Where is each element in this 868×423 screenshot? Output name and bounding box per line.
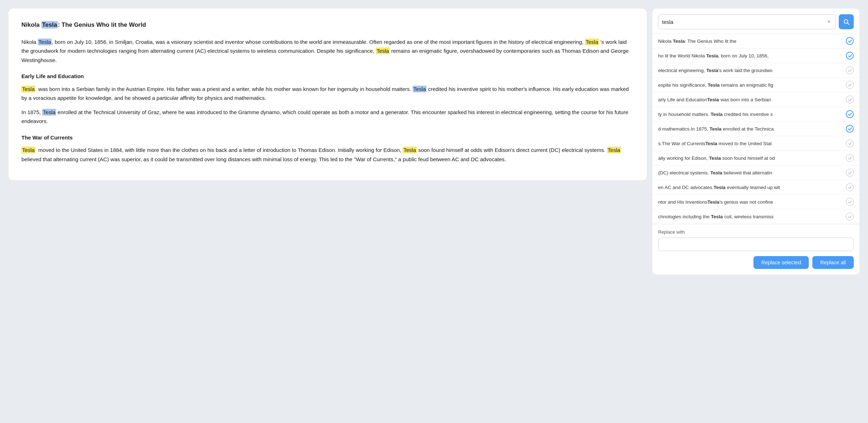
check-icon[interactable] [846,139,854,147]
result-item[interactable]: ally working for Edison, Tesla soon foun… [652,151,859,165]
search-input-wrap: tesla × [658,14,836,29]
check-icon[interactable] [846,169,854,177]
check-icon[interactable] [846,96,854,103]
check-icon[interactable] [846,52,854,60]
search-button[interactable] [839,14,854,29]
result-text: Nikola Tesla: The Genius Who lit the [658,39,843,44]
check-icon[interactable] [846,154,854,162]
result-text: ntor and His InventionsTesla's genius wa… [658,199,843,205]
tesla-highlight-p1-2: Tesla [585,39,599,45]
result-item[interactable]: chnologies including the Tesla coil, wir… [652,209,859,224]
tesla-highlight-p1-1: Tesla [38,39,52,45]
result-item[interactable]: ho lit the World Nikola Tesla, born on J… [652,49,859,63]
tesla-highlight-p1-3: Tesla [376,47,390,54]
check-icon[interactable] [846,81,854,89]
tesla-highlight-p4-3: Tesla [607,147,621,153]
result-text: chnologies including the Tesla coil, wir… [658,214,843,219]
result-item[interactable]: espite his significance, Tesla remains a… [652,78,859,92]
check-icon[interactable] [846,66,854,74]
check-icon[interactable] [846,110,854,118]
result-item[interactable]: en AC and DC advocates.Tesla eventually … [652,180,859,195]
result-item[interactable]: Nikola Tesla: The Genius Who lit the [652,34,859,49]
result-item[interactable]: (DC) electrical systems. Tesla believed … [652,165,859,180]
tesla-highlight-p2-2: Tesla [413,86,427,92]
result-item[interactable]: d mathematics.In 1875, Tesla enrolled at… [652,122,859,136]
search-bar: tesla × [652,9,859,34]
result-text: espite his significance, Tesla remains a… [658,82,843,88]
result-text: ally working for Edison, Tesla soon foun… [658,156,843,161]
search-input[interactable]: tesla [662,19,826,25]
result-text: s.The War of CurrentsTesla moved to the … [658,141,843,146]
replace-buttons: Replace selected Replace all [658,256,854,269]
search-icon [843,19,849,25]
result-item[interactable]: s.The War of CurrentsTesla moved to the … [652,136,859,151]
check-icon[interactable] [846,183,854,191]
tesla-highlight-title: Tesla [41,21,58,29]
main-panel: Nikola Tesla: The Genius Who lit the Wor… [9,9,647,180]
check-icon[interactable] [846,198,854,206]
result-text: arly Life and EducationTesla was born in… [658,97,843,102]
tesla-highlight-p2-1: Tesla [21,86,35,92]
paragraph-4: Tesla moved to the United States in 1884… [21,146,634,164]
replace-section: Replace with Replace selected Replace al… [652,224,859,275]
check-icon[interactable] [846,125,854,133]
result-item[interactable]: ntor and His InventionsTesla's genius wa… [652,195,859,209]
result-text: d mathematics.In 1875, Tesla enrolled at… [658,126,843,132]
check-icon[interactable] [846,213,854,220]
svg-line-1 [847,23,849,24]
replace-selected-button[interactable]: Replace selected [753,256,809,269]
result-text: ty in household matters. Tesla credited … [658,112,843,117]
tesla-highlight-p4-2: Tesla [403,147,417,153]
result-item[interactable]: electrical engineering, Tesla's work lai… [652,63,859,78]
clear-button[interactable]: × [826,19,832,25]
paragraph-1: Nikola Tesla, born on July 10, 1856, in … [21,37,634,65]
result-item[interactable]: ty in household matters. Tesla credited … [652,107,859,122]
section-heading-1: Early Life and Education [21,72,634,81]
result-text: ho lit the World Nikola Tesla, born on J… [658,53,843,58]
replace-all-button[interactable]: Replace all [812,256,854,269]
tesla-highlight-p3-1: Tesla [42,109,56,116]
right-panel: tesla × Nikola Tesla: The Genius Who lit… [652,9,859,275]
tesla-highlight-p4-1: Tesla [21,147,35,153]
paragraph-2: Tesla was born into a Serbian family in … [21,85,634,103]
result-text: (DC) electrical systems. Tesla believed … [658,170,843,175]
replace-input[interactable] [658,238,854,251]
result-text: electrical engineering, Tesla's work lai… [658,68,843,73]
results-list: Nikola Tesla: The Genius Who lit theho l… [652,34,859,224]
replace-label: Replace with [658,229,854,235]
document-title: Nikola Tesla: The Genius Who lit the Wor… [21,20,634,30]
check-icon[interactable] [846,37,854,45]
result-item[interactable]: arly Life and EducationTesla was born in… [652,92,859,107]
section-heading-2: The War of Currents [21,133,634,142]
result-text: en AC and DC advocates.Tesla eventually … [658,185,843,190]
paragraph-3: In 1875, Tesla enrolled at the Technical… [21,108,634,126]
